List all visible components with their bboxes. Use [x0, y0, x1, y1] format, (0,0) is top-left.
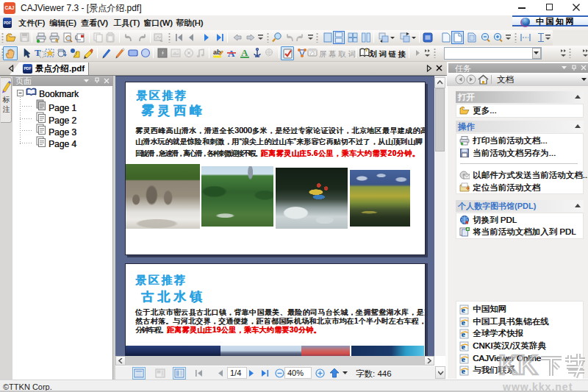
svg-text:e: e [462, 366, 465, 375]
svg-text:KK: KK [498, 350, 538, 379]
svg-text:T: T [35, 47, 41, 58]
svg-text:e: e [462, 329, 465, 338]
svg-text:A: A [241, 47, 248, 58]
svg-text:e: e [462, 305, 465, 314]
svg-text:e: e [462, 318, 465, 327]
svg-text:e: e [462, 342, 465, 351]
svg-text:e: e [462, 354, 465, 363]
